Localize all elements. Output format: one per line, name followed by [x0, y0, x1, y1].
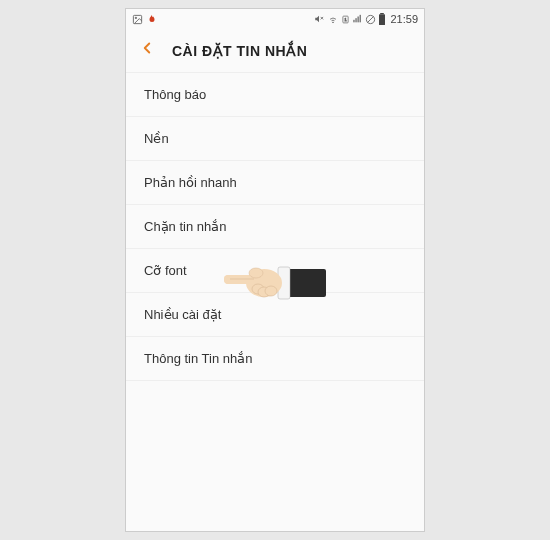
settings-item-label: Chặn tin nhắn: [144, 219, 227, 234]
status-bar: 1 21:59: [126, 9, 424, 29]
settings-item-label: Cỡ font: [144, 263, 187, 278]
svg-rect-14: [379, 14, 385, 25]
svg-rect-7: [354, 20, 355, 22]
settings-item-label: Nền: [144, 131, 169, 146]
header: CÀI ĐẶT TIN NHẮN: [126, 29, 424, 73]
settings-item-font-size[interactable]: Cỡ font: [126, 249, 424, 293]
signal-icon: [352, 14, 363, 24]
status-right: 1 21:59: [313, 13, 418, 25]
mute-icon: [313, 14, 325, 24]
svg-rect-8: [356, 18, 357, 22]
settings-item-more-settings[interactable]: Nhiều cài đặt: [126, 293, 424, 337]
svg-rect-9: [358, 17, 359, 23]
image-icon: [132, 14, 143, 25]
page-title: CÀI ĐẶT TIN NHẮN: [172, 43, 307, 59]
settings-item-background[interactable]: Nền: [126, 117, 424, 161]
fire-icon: [147, 13, 157, 25]
sim-icon: 1: [341, 14, 350, 25]
wifi-icon: [327, 14, 339, 24]
clock: 21:59: [390, 13, 418, 25]
settings-list: Thông báo Nền Phản hồi nhanh Chặn tin nh…: [126, 73, 424, 381]
phone-screen: 1 21:59 CÀI ĐẶT TIN NHẮN Thông báo Nền: [125, 8, 425, 532]
settings-item-label: Phản hồi nhanh: [144, 175, 237, 190]
no-circle-icon: [365, 14, 376, 25]
settings-item-message-info[interactable]: Thông tin Tin nhắn: [126, 337, 424, 381]
settings-item-label: Nhiều cài đặt: [144, 307, 221, 322]
settings-item-label: Thông báo: [144, 87, 206, 102]
svg-rect-18: [224, 275, 258, 284]
back-arrow-icon[interactable]: [138, 39, 156, 62]
settings-item-notifications[interactable]: Thông báo: [126, 73, 424, 117]
svg-point-4: [333, 22, 334, 23]
settings-item-block-messages[interactable]: Chặn tin nhắn: [126, 205, 424, 249]
settings-item-label: Thông tin Tin nhắn: [144, 351, 252, 366]
settings-item-quick-reply[interactable]: Phản hồi nhanh: [126, 161, 424, 205]
svg-point-22: [249, 268, 263, 278]
svg-rect-13: [381, 13, 385, 14]
svg-text:1: 1: [345, 18, 347, 22]
svg-point-1: [135, 17, 136, 18]
svg-rect-10: [360, 15, 361, 22]
status-left: [132, 13, 157, 25]
battery-icon: [378, 13, 386, 25]
svg-line-12: [368, 16, 374, 22]
